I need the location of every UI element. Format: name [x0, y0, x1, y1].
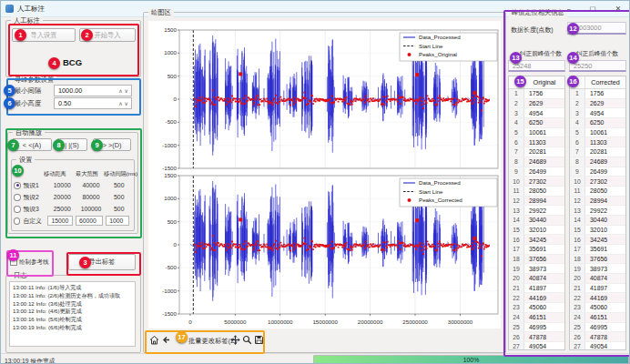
- table-row[interactable]: 22629: [509, 99, 564, 109]
- table-row[interactable]: 2749054: [509, 342, 564, 350]
- table-row[interactable]: 510061: [509, 128, 564, 138]
- svg-text:Peaks_Original: Peaks_Original: [419, 51, 457, 57]
- reference-line-checkbox[interactable]: [10, 258, 17, 266]
- table-row[interactable]: 2446151: [509, 313, 564, 323]
- table-row[interactable]: 1938973: [570, 264, 625, 274]
- table-row[interactable]: 11756: [570, 89, 625, 99]
- after-count-input[interactable]: 25250: [569, 60, 626, 72]
- table-row[interactable]: 2040874: [509, 274, 564, 284]
- table-row[interactable]: 1027302: [570, 177, 625, 187]
- log-area[interactable]: 13:00:11 Info: (1/6)导入完成13:00:11 Info: (…: [9, 281, 136, 347]
- corrected-peaks-table[interactable]: Corrected1175622629349544625051006161130…: [569, 76, 626, 350]
- preset-radio[interactable]: [14, 194, 21, 201]
- svg-text:30000000: 30000000: [448, 318, 473, 325]
- table-row[interactable]: 1128050: [509, 187, 564, 197]
- table-row[interactable]: 720281: [570, 147, 625, 157]
- table-row[interactable]: 1329922: [509, 206, 564, 216]
- row-value: 46151: [585, 314, 625, 320]
- table-row[interactable]: 22629: [570, 99, 625, 109]
- preset-value: 20000: [48, 194, 76, 200]
- import-settings-button[interactable]: 导入设置: [12, 28, 76, 42]
- preset-radio[interactable]: [14, 182, 21, 189]
- table-row[interactable]: 2345060: [570, 303, 625, 313]
- spin-up-icon[interactable]: ∧: [118, 87, 122, 94]
- table-row[interactable]: 2546995: [570, 323, 625, 333]
- back-icon[interactable]: [161, 334, 173, 346]
- table-row[interactable]: 2749054: [570, 342, 625, 350]
- table-row[interactable]: 720281: [509, 147, 564, 157]
- zoom-icon[interactable]: [241, 334, 253, 346]
- table-row[interactable]: 926499: [570, 167, 625, 177]
- home-icon[interactable]: [148, 334, 160, 346]
- table-row[interactable]: 1430440: [570, 216, 625, 226]
- autoplay-pause-button[interactable]: | |(S): [56, 138, 87, 151]
- table-row[interactable]: 611303: [570, 137, 625, 147]
- table-row[interactable]: 34954: [509, 108, 564, 118]
- table-row[interactable]: 824689: [570, 157, 625, 167]
- table-row[interactable]: 2141897: [570, 284, 625, 294]
- table-row[interactable]: 824689: [509, 157, 564, 167]
- table-row[interactable]: 1837656: [570, 255, 625, 265]
- spin-down-icon[interactable]: ∨: [125, 100, 128, 106]
- table-row[interactable]: 2040874: [570, 274, 625, 284]
- min-height-spinbox[interactable]: 0.50 ∧∨: [54, 97, 132, 109]
- table-row[interactable]: 1735691: [570, 245, 625, 255]
- table-row[interactable]: 1735691: [509, 245, 564, 255]
- min-interval-spinbox[interactable]: 1000.00 ∧∨: [54, 85, 132, 96]
- table-row[interactable]: 2546995: [509, 323, 564, 333]
- export-labels-button[interactable]: 导出标签: [68, 254, 136, 270]
- row-value: 27302: [524, 178, 564, 185]
- row-value: 40874: [585, 275, 625, 281]
- table-row[interactable]: 1532010: [570, 226, 625, 236]
- table-row[interactable]: 46250: [509, 118, 564, 128]
- table-row[interactable]: 2141897: [509, 284, 564, 294]
- table-row[interactable]: 2345060: [509, 303, 564, 313]
- start-import-button[interactable]: 开始导入: [79, 28, 136, 42]
- table-row[interactable]: 1938973: [509, 264, 564, 274]
- autoplay-forward-button[interactable]: > >(D): [93, 138, 131, 151]
- pan-icon[interactable]: [229, 334, 241, 346]
- row-value: 26499: [585, 168, 625, 175]
- table-row[interactable]: 1634245: [509, 235, 564, 245]
- original-peaks-table[interactable]: Original11756226293495446250510061611303…: [508, 76, 565, 350]
- row-value: 28994: [585, 197, 625, 204]
- forward-icon[interactable]: [173, 334, 185, 346]
- table-row[interactable]: 1634245: [570, 235, 625, 245]
- row-index: 17: [570, 245, 585, 254]
- table-row[interactable]: 1430440: [509, 216, 564, 226]
- spin-up-icon[interactable]: ∧: [118, 100, 122, 106]
- table-row[interactable]: 1228994: [570, 197, 625, 207]
- table-row[interactable]: 46250: [570, 118, 625, 128]
- table-row[interactable]: 11756: [509, 89, 564, 99]
- table-row[interactable]: 2244169: [509, 293, 564, 303]
- table-row[interactable]: 2647878: [570, 332, 625, 342]
- table-row[interactable]: 510061: [570, 128, 625, 138]
- table-row[interactable]: 2647878: [509, 332, 564, 342]
- row-value: 4954: [585, 110, 625, 116]
- table-row[interactable]: 1837656: [509, 255, 564, 265]
- spin-down-icon[interactable]: ∨: [125, 87, 128, 94]
- signal-charts[interactable]: 150010005000-500-1000-1500Data_Processed…: [143, 10, 505, 330]
- custom-input[interactable]: 15000: [47, 216, 73, 226]
- custom-input[interactable]: 60000: [76, 216, 103, 226]
- custom-input[interactable]: 1000: [106, 216, 129, 226]
- save-icon[interactable]: [253, 334, 265, 346]
- table-row[interactable]: 1228994: [509, 197, 564, 207]
- svg-text:500: 500: [168, 73, 178, 79]
- autoplay-back-button[interactable]: < <(A): [12, 138, 52, 151]
- table-row[interactable]: 1128050: [570, 187, 625, 197]
- table-row[interactable]: 2446151: [570, 313, 625, 323]
- data-length-input[interactable]: 33003000: [567, 22, 626, 35]
- before-count-input[interactable]: 25248: [508, 60, 565, 72]
- preset-radio[interactable]: [14, 206, 21, 213]
- preset-radio[interactable]: [14, 217, 20, 225]
- row-value: 24689: [585, 158, 625, 165]
- min-height-label: 最小高度: [15, 99, 41, 108]
- table-row[interactable]: 1027302: [509, 177, 564, 187]
- table-row[interactable]: 1329922: [570, 206, 625, 216]
- table-row[interactable]: 926499: [509, 167, 564, 177]
- table-row[interactable]: 611303: [509, 137, 564, 147]
- table-row[interactable]: 1532010: [509, 226, 564, 236]
- table-row[interactable]: 2244169: [570, 293, 625, 303]
- table-row[interactable]: 34954: [570, 108, 625, 118]
